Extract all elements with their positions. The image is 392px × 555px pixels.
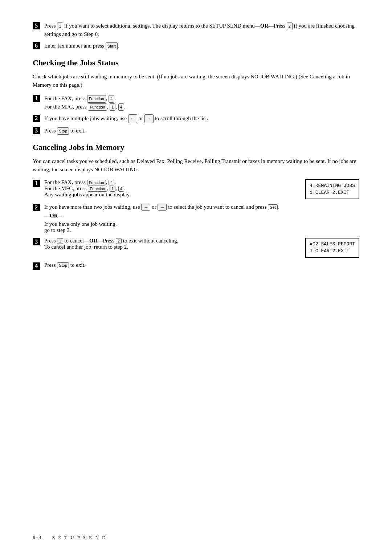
s1-step-number-2: 2 bbox=[33, 115, 40, 122]
section2-step-1: 1 For the FAX, press Function, 4. For th… bbox=[33, 179, 359, 199]
lcd-remaining-jobs: 4.REMAINING JOBS 1.CLEAR 2.EXIT bbox=[305, 179, 359, 199]
section1-heading: Checking the Jobs Status bbox=[33, 58, 359, 68]
step-6-content: Enter fax number and press Start. bbox=[44, 42, 359, 50]
section1-body: Check which jobs are still waiting in me… bbox=[33, 73, 359, 90]
key-2-s2s3: 2 bbox=[116, 238, 122, 244]
or-divider-s2s2: —OR— bbox=[44, 213, 359, 219]
s2-step-3-lcd: #02 SALES REPORT 1.CLEAR 2.EXIT bbox=[305, 238, 359, 258]
footer-page-number: 6 - 4 bbox=[33, 535, 41, 540]
section1-step-1: 1 For the FAX, press Function, 4. For th… bbox=[33, 94, 359, 111]
s1-step-2-content: If you have multiple jobs waiting, use ←… bbox=[44, 114, 359, 123]
footer-section-title: S E T U P S E N D bbox=[52, 535, 107, 540]
right-arrow-s1s2: → bbox=[144, 114, 154, 123]
s1-step-number-1: 1 bbox=[33, 95, 40, 102]
key-4-s2s1a: 4 bbox=[109, 180, 114, 185]
key-function-s1s1a: Function bbox=[87, 95, 106, 103]
key-1: 1 bbox=[57, 23, 63, 30]
key-2: 2 bbox=[287, 23, 293, 30]
key-start: Start bbox=[106, 42, 118, 50]
section1-step-2: 2 If you have multiple jobs waiting, use… bbox=[33, 114, 359, 123]
key-stop-s1s3: Stop bbox=[57, 127, 69, 135]
s2-step-1-lcd: 4.REMAINING JOBS 1.CLEAR 2.EXIT bbox=[305, 179, 359, 199]
page-footer: 6 - 4 S E T U P S E N D bbox=[33, 535, 359, 540]
key-4-s1s1b: 4 bbox=[118, 103, 124, 111]
s1-step-1-content: For the FAX, press Function, 4. For the … bbox=[44, 94, 359, 111]
section2-step-2: 2 If you have more than two jobs waiting… bbox=[33, 204, 359, 233]
key-4-s2s1b: 4 bbox=[118, 186, 124, 192]
s2-step-3-content: Press 1 to cancel—OR—Press 2 to exit wit… bbox=[44, 238, 291, 250]
s2-step-1-content: For the FAX, press Function, 4. For the … bbox=[44, 179, 291, 198]
key-4-s1s1a: 4 bbox=[109, 95, 114, 103]
s2-step-4-content: Press Stop to exit. bbox=[44, 262, 359, 268]
right-arrow-s2s2: → bbox=[158, 204, 167, 211]
key-set-s2s2: Set bbox=[268, 204, 278, 210]
section2-step-3: 3 Press 1 to cancel—OR—Press 2 to exit w… bbox=[33, 238, 359, 258]
intro-step-5: 5 Press 1 if you want to select addition… bbox=[33, 22, 359, 38]
key-1-s2s3: 1 bbox=[57, 238, 63, 244]
key-stop-s2s4: Stop bbox=[57, 262, 69, 268]
key-function-s2s1b: Function bbox=[88, 186, 107, 192]
s2-step-number-3: 3 bbox=[33, 238, 40, 245]
lcd-sales-report: #02 SALES REPORT 1.CLEAR 2.EXIT bbox=[305, 238, 359, 258]
key-function-s1s1b: Function bbox=[88, 103, 107, 111]
s1-step-number-3: 3 bbox=[33, 127, 40, 134]
key-1-s1s1b: 1 bbox=[110, 103, 115, 111]
step-number-6: 6 bbox=[33, 42, 40, 49]
section2-body: You can cancel tasks you've scheduled, s… bbox=[33, 157, 359, 174]
s2-step-number-4: 4 bbox=[33, 262, 40, 270]
intro-step-6: 6 Enter fax number and press Start. bbox=[33, 42, 359, 50]
s2-step-number-1: 1 bbox=[33, 180, 40, 187]
left-arrow-s1s2: ← bbox=[128, 114, 137, 123]
section2-step-4: 4 Press Stop to exit. bbox=[33, 262, 359, 270]
key-1-s2s1b: 1 bbox=[110, 186, 115, 192]
s2-step-number-2: 2 bbox=[33, 204, 40, 211]
key-function-s2s1a: Function bbox=[87, 180, 106, 185]
left-arrow-s2s2: ← bbox=[141, 204, 150, 211]
section1-step-3: 3 Press Stop to exit. bbox=[33, 127, 359, 135]
s2-step-2-content: If you have more than two jobs waiting, … bbox=[44, 204, 359, 233]
section2-heading: Canceling Jobs in Memory bbox=[33, 143, 359, 152]
step-number-5: 5 bbox=[33, 22, 40, 29]
step-5-content: Press 1 if you want to select additional… bbox=[44, 22, 359, 38]
s1-step-3-content: Press Stop to exit. bbox=[44, 127, 359, 135]
